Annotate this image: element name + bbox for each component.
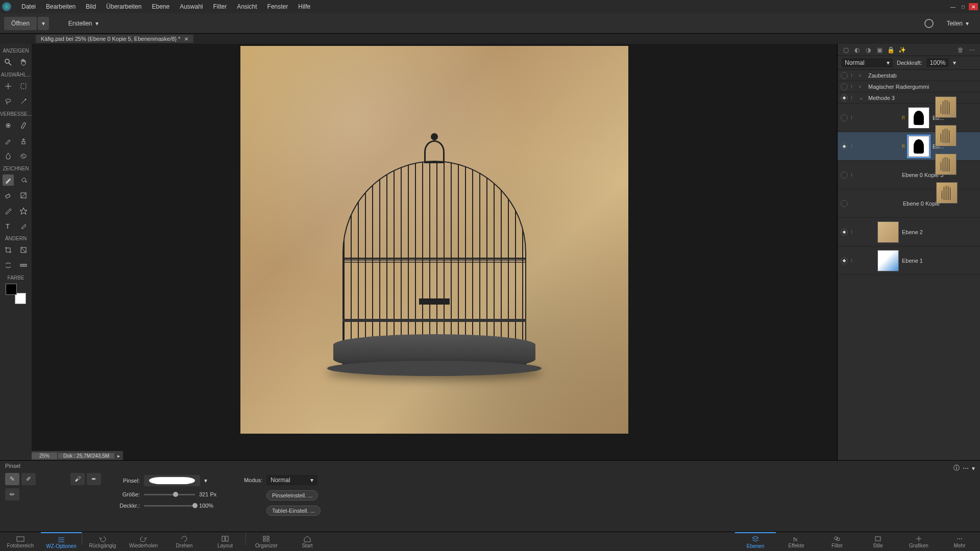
content-aware-tool[interactable] (3, 260, 14, 271)
open-button[interactable]: Öffnen (4, 17, 37, 30)
chevron-down-icon[interactable]: ▾ (204, 477, 207, 484)
open-dropdown[interactable]: ▾ (38, 17, 49, 30)
lock-indicator[interactable]: ⁞ (851, 172, 856, 178)
menu-datei[interactable]: Datei (16, 1, 41, 12)
new-layer-icon[interactable]: ▢ (842, 46, 850, 54)
lock-indicator[interactable]: ⁞ (851, 115, 856, 120)
visibility-toggle[interactable] (841, 114, 848, 121)
brush-variant-3[interactable]: ✏ (5, 488, 19, 500)
crop-tool[interactable] (3, 244, 14, 256)
chevron-down-icon[interactable]: ▾ (953, 59, 956, 66)
layer-thumbnail[interactable] (877, 250, 899, 271)
foreground-color-swatch[interactable] (6, 284, 17, 295)
layer-masked-1[interactable]: ⁞ ⎘ Eb... (838, 104, 980, 132)
menu-filter[interactable]: Filter (208, 1, 232, 12)
status-more-icon[interactable]: ▸ (114, 453, 123, 459)
canvas-area[interactable]: ✋ 25% Dok : 25,7M/243,5M ▸ (32, 44, 837, 460)
help-icon[interactable]: ⓘ (953, 464, 960, 472)
maximize-button[interactable]: □ (959, 3, 968, 10)
rotate-button[interactable]: Drehen (164, 532, 205, 551)
opacity-input[interactable]: 100% (926, 58, 949, 67)
straighten-tool[interactable] (18, 260, 29, 271)
visibility-toggle[interactable] (841, 72, 848, 79)
expand-icon[interactable]: › (859, 72, 865, 78)
create-button[interactable]: Erstellen ▾ (61, 17, 106, 30)
visibility-toggle[interactable] (841, 143, 848, 150)
opacity-value[interactable]: 100% (199, 503, 224, 509)
magic-wand-tool[interactable] (18, 96, 29, 107)
pencil-tool[interactable] (3, 205, 14, 216)
size-slider[interactable] (144, 494, 195, 495)
close-button[interactable]: ✕ (969, 3, 978, 10)
collapse-icon[interactable]: ▾ (972, 465, 975, 472)
layer-thumbnail[interactable] (935, 125, 957, 146)
menu-hilfe[interactable]: Hilfe (293, 1, 315, 12)
tool-options-button[interactable]: WZ-Optionen (41, 532, 82, 551)
link-mask-icon[interactable]: ⎘ (902, 143, 905, 149)
layer-group-methode3[interactable]: ⁞ ⌄ Methode 3 (838, 92, 980, 104)
visibility-toggle[interactable] (841, 94, 848, 102)
menu-ueberarbeiten[interactable]: Überarbeiten (101, 1, 146, 12)
layer-thumbnail[interactable] (877, 221, 899, 243)
layer-thumbnail[interactable] (935, 154, 957, 175)
new-group-icon[interactable]: ◐ (853, 46, 861, 54)
lock-indicator[interactable]: ⁞ (851, 84, 856, 89)
collapse-icon[interactable]: ⌄ (859, 95, 865, 101)
lock-indicator[interactable]: ⁞ (851, 72, 856, 78)
panel-menu-icon[interactable]: ⋯ (968, 46, 976, 54)
lasso-tool[interactable] (3, 96, 14, 107)
graphics-panel-button[interactable]: Grafiken (898, 532, 939, 551)
gradient-tool[interactable] (18, 190, 29, 201)
mask-thumbnail[interactable] (908, 107, 929, 129)
layer-mask-icon[interactable]: ▣ (875, 46, 884, 54)
minimize-button[interactable]: — (948, 3, 958, 10)
brush-variant-2[interactable]: ✐ (21, 473, 36, 485)
visibility-toggle[interactable] (841, 171, 848, 179)
more-panel-button[interactable]: Mehr (939, 532, 980, 551)
filters-panel-button[interactable]: Filter (817, 532, 857, 551)
layer-group-magischer[interactable]: ⁞ › Magischer Radiergummi (838, 81, 980, 92)
zoom-tool[interactable] (3, 57, 14, 68)
home-button[interactable]: Start (287, 532, 328, 551)
lock-indicator[interactable]: ⁞ (851, 143, 856, 149)
smart-brush-tool[interactable] (3, 135, 14, 146)
layers-panel-button[interactable]: Ebenen (735, 532, 776, 551)
layer-group-zauberstab[interactable]: ⁞ › Zauberstab (838, 70, 980, 81)
layer-kopie[interactable]: Ebene 0 Kopie (838, 189, 980, 218)
options-menu-icon[interactable]: ⋯ (963, 465, 969, 472)
layer-thumbnail[interactable] (936, 182, 958, 204)
menu-ebene[interactable]: Ebene (146, 1, 175, 12)
brush-mode-2[interactable]: ✒ (87, 473, 101, 485)
close-document-icon[interactable]: ✕ (184, 36, 188, 42)
mask-thumbnail[interactable] (908, 136, 929, 157)
lock-indicator[interactable]: ⁞ (851, 258, 856, 263)
layer-thumbnail[interactable] (935, 96, 957, 118)
color-picker-tool[interactable] (18, 220, 29, 232)
undo-button[interactable]: Rückgängig (82, 532, 123, 551)
blur-tool[interactable] (3, 151, 14, 162)
redo-button[interactable]: Wiederholen (123, 532, 164, 551)
fx-icon[interactable]: ✨ (898, 46, 906, 54)
menu-bearbeiten[interactable]: Bearbeiten (41, 1, 81, 12)
blend-mode-select[interactable]: Normal▾ (842, 58, 893, 67)
recompose-tool[interactable] (18, 244, 29, 256)
tablet-settings-button[interactable]: Tablet-Einstell. ... (266, 506, 321, 516)
document-tab[interactable]: Käfig.psd bei 25% (Ebene 0 Kopie 5, Eben… (36, 35, 193, 43)
blend-mode-select[interactable]: Normal▾ (266, 475, 317, 485)
visibility-toggle[interactable] (841, 229, 848, 236)
eraser-tool[interactable] (3, 190, 14, 201)
redeye-tool[interactable] (3, 120, 14, 131)
effects-panel-button[interactable]: fxEffekte (776, 532, 817, 551)
visibility-toggle[interactable] (841, 200, 848, 207)
text-tool[interactable]: T (3, 220, 14, 232)
lock-indicator[interactable]: ⁞ (851, 95, 856, 101)
layer-ebene-1[interactable]: ⁞ Ebene 1 (838, 246, 980, 275)
sponge-tool[interactable] (18, 151, 29, 162)
opacity-slider[interactable] (144, 505, 195, 507)
size-value[interactable]: 321 Px (199, 491, 224, 497)
spot-heal-tool[interactable] (18, 120, 29, 131)
layer-kopie-3[interactable]: ⁞ Ebene 0 Kopie 3 (838, 161, 980, 189)
expand-icon[interactable]: › (859, 84, 865, 89)
paint-bucket-tool[interactable] (18, 174, 29, 186)
link-mask-icon[interactable]: ⎘ (902, 115, 905, 120)
